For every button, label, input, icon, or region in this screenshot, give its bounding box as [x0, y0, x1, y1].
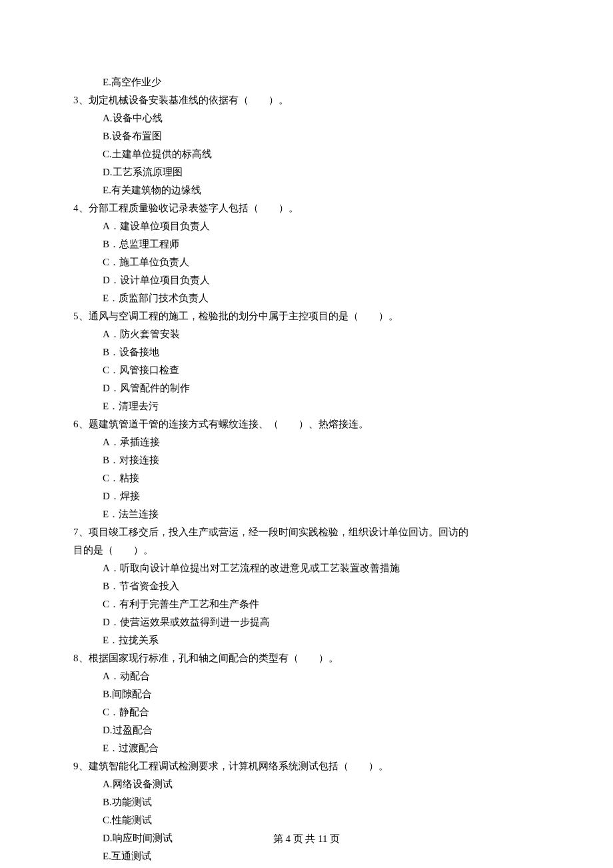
q3-option-e: E.有关建筑物的边缘线: [73, 181, 540, 199]
q9-stem: 9、建筑智能化工程调试检测要求，计算机网络系统测试包括（ ）。: [73, 757, 540, 775]
q6-option-b: B．对接连接: [73, 451, 540, 469]
q3-option-c: C.土建单位提供的标高线: [73, 145, 540, 163]
q9-option-e: E.互通测试: [73, 847, 540, 865]
q6-option-d: D．焊接: [73, 487, 540, 505]
q4-option-b: B．总监理工程师: [73, 235, 540, 253]
q5-option-d: D．风管配件的制作: [73, 379, 540, 397]
q4-option-d: D．设计单位项目负责人: [73, 271, 540, 289]
q9-option-b: B.功能测试: [73, 793, 540, 811]
q7-option-c: C．有利于完善生产工艺和生产条件: [73, 595, 540, 613]
q5-option-a: A．防火套管安装: [73, 325, 540, 343]
q6-option-c: C．粘接: [73, 469, 540, 487]
q6-option-a: A．承插连接: [73, 433, 540, 451]
q5-option-c: C．风管接口检查: [73, 361, 540, 379]
q5-option-b: B．设备接地: [73, 343, 540, 361]
q8-stem: 8、根据国家现行标准，孔和轴之间配合的类型有（ ）。: [73, 649, 540, 667]
q4-option-e: E．质监部门技术负责人: [73, 289, 540, 307]
q8-option-a: A．动配合: [73, 667, 540, 685]
q4-option-c: C．施工单位负责人: [73, 253, 540, 271]
q8-option-e: E．过渡配合: [73, 739, 540, 757]
q9-option-c: C.性能测试: [73, 811, 540, 829]
q6-stem: 6、题建筑管道干管的连接方式有螺纹连接、（ ）、热熔接连。: [73, 415, 540, 433]
q5-stem: 5、通风与空调工程的施工，检验批的划分中属于主控项目的是（ ）。: [73, 307, 540, 325]
q7-option-b: B．节省资金投入: [73, 577, 540, 595]
q6-option-e: E．法兰连接: [73, 505, 540, 523]
q8-option-b: B.间隙配合: [73, 685, 540, 703]
q7-option-e: E．拉拢关系: [73, 631, 540, 649]
q3-stem: 3、划定机械设备安装基准线的依据有（ ）。: [73, 91, 540, 109]
q9-option-a: A.网络设备测试: [73, 775, 540, 793]
q4-stem: 4、分部工程质量验收记录表签字人包括（ ）。: [73, 199, 540, 217]
q7-option-d: D．使营运效果或效益得到进一步提高: [73, 613, 540, 631]
q8-option-c: C．静配合: [73, 703, 540, 721]
q7-stem-line1: 7、项目竣工移交后，投入生产或营运，经一段时间实践检验，组织设计单位回访。回访的: [73, 523, 540, 541]
q3-option-a: A.设备中心线: [73, 109, 540, 127]
q3-option-b: B.设备布置图: [73, 127, 540, 145]
page-footer: 第 4 页 共 11 页: [0, 830, 613, 848]
q3-option-d: D.工艺系流原理图: [73, 163, 540, 181]
q7-option-a: A．听取向设计单位提出对工艺流程的改进意见或工艺装置改善措施: [73, 559, 540, 577]
q7-stem-line2: 目的是（ ）。: [73, 541, 540, 559]
q8-option-d: D.过盈配合: [73, 721, 540, 739]
q4-option-a: A．建设单位项目负责人: [73, 217, 540, 235]
q2-option-e: E.高空作业少: [73, 73, 540, 91]
q5-option-e: E．清理去污: [73, 397, 540, 415]
document-content: E.高空作业少 3、划定机械设备安装基准线的依据有（ ）。 A.设备中心线 B.…: [73, 73, 540, 865]
